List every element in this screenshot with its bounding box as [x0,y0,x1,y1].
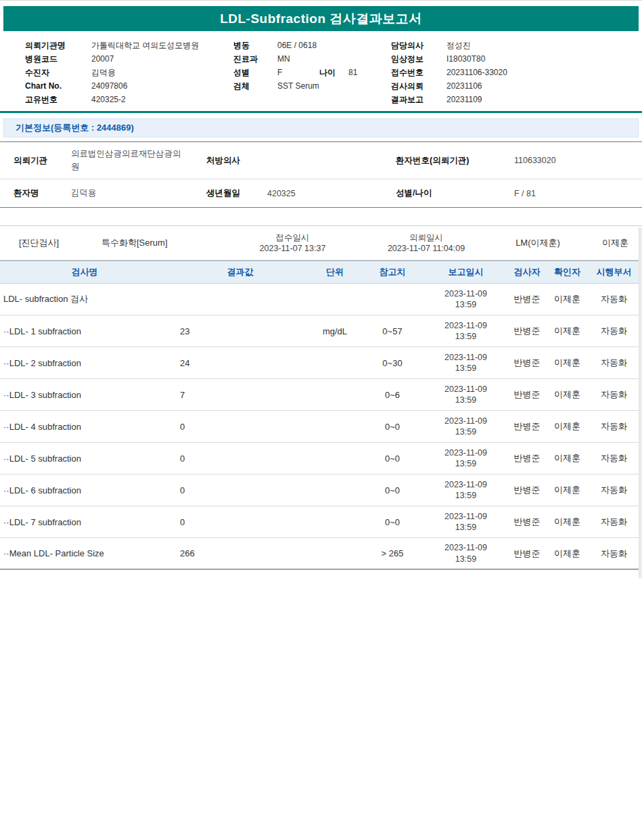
meta-label: 의뢰기관명 [25,39,91,52]
request-datetime: 의뢰일시 2023-11-07 11:04:09 [365,232,487,255]
meta-label: 병동 [233,39,277,52]
test-name-cell: ··Mean LDL- Particle Size [0,548,169,558]
tester-cell: 반병준 [505,325,549,337]
results-table-header: 검사명 결과값 단위 참고치 보고일시 검사자 확인자 시행부서 [0,261,642,284]
receipt-label: 접수일시 [220,232,365,243]
meta-row: 검체SST Serum [233,79,391,93]
meta-column-right: 담당의사정성진임상정보I18030T80접수번호20231106-33020검사… [391,39,642,106]
lab-section: LM(이제훈) [487,237,589,249]
field-label: 환자명 [0,187,71,199]
test-name-cell: ··LDL- 6 subfraction [0,485,169,495]
reference-range-cell: 0~57 [359,326,426,336]
field-label: 처방의사 [206,155,267,167]
confirmer-cell: 이제훈 [549,516,586,528]
result-row: ··LDL- 7 subfraction00~02023-11-0913:59반… [0,506,642,538]
department-cell: 자동화 [586,452,642,464]
report-date: 2023-11-09 [426,511,505,522]
result-value-cell: 266 [169,548,311,558]
field-value: 의료법인삼광의료재단삼광의원 [71,148,186,173]
result-row: ··LDL- 2 subfraction240~302023-11-0913:5… [0,347,642,379]
reference-range-cell: 0~0 [359,422,426,432]
meta-label: Chart No. [25,79,91,93]
test-name-cell: ··LDL- 2 subfraction [0,358,169,368]
tester-cell: 반병준 [505,420,549,433]
meta-row: 임상정보I18030T80 [391,52,642,66]
basic-info-section-title: 기본정보(등록번호 : 2444869) [16,122,134,134]
column-header-result: 결과값 [169,266,311,278]
results-table-body: LDL- subfraction 검사2023-11-0913:59반병준이제훈… [0,284,642,570]
result-row: ··Mean LDL- Particle Size266> 2652023-11… [0,538,642,570]
report-time: 13:59 [426,426,505,437]
report-date: 2023-11-09 [426,447,505,458]
meta-value: 06E / 0618 [277,39,317,52]
report-datetime-cell: 2023-11-0913:59 [426,479,505,502]
field-value: 김덕용 [71,187,186,200]
reference-range-cell: > 265 [359,548,426,558]
test-name-cell: ··LDL- 3 subfraction [0,390,169,400]
meta-label: 결과보고 [391,93,446,106]
scrollbar[interactable] [639,227,642,578]
tester-cell: 반병준 [505,357,549,369]
confirmer-cell: 이제훈 [549,389,586,401]
request-time: 2023-11-07 11:04:09 [365,243,487,254]
reference-range-cell: 0~6 [359,390,426,400]
report-date: 2023-11-09 [426,542,505,553]
column-header-unit: 단위 [311,266,359,278]
column-header-confirmer: 확인자 [549,266,586,278]
field-label: 환자번호(의뢰기관) [396,155,514,167]
report-time: 13:59 [426,522,505,533]
report-datetime-cell: 2023-11-0913:59 [426,511,505,533]
report-datetime-cell: 2023-11-0913:59 [426,447,505,470]
header-meta: 의뢰기관명가톨릭대학교 여의도성모병원병원코드20007수진자김덕용Chart … [0,31,642,111]
report-datetime-cell: 2023-11-0913:59 [426,288,505,311]
tester-cell: 반병준 [505,516,549,528]
test-info-row: [진단검사] 특수화학[Serum] 접수일시 2023-11-07 13:37… [0,225,642,261]
test-type: 특수화학[Serum] [101,237,220,249]
tester-cell: 반병준 [505,293,549,305]
report-time: 13:59 [426,363,505,374]
basic-info-table: 의뢰기관의료법인삼광의료재단삼광의원처방의사환자번호(의뢰기관)11063302… [0,141,642,208]
meta-value: 420325-2 [91,93,126,106]
result-value-cell: 7 [169,390,311,400]
meta-value: MN [277,52,290,66]
result-value-cell: 0 [169,485,311,495]
department-cell: 자동화 [586,484,642,496]
report-title: LDL-Subfraction 검사결과보고서 [220,10,422,28]
result-row: LDL- subfraction 검사2023-11-0913:59반병준이제훈… [0,284,642,315]
tester-cell: 반병준 [505,484,549,496]
basic-info-row: 환자명김덕용생년월일420325성별/나이F / 81 [0,179,642,207]
meta-row: 병원코드20007 [25,52,233,66]
meta-value: 81 [348,66,357,79]
department-cell: 자동화 [586,357,642,369]
column-header-reference: 참고치 [359,266,426,278]
tester-cell: 반병준 [505,389,549,401]
test-name-cell: ··LDL- 4 subfraction [0,422,169,432]
meta-value: F [277,66,319,79]
meta-row: 담당의사정성진 [391,39,642,52]
meta-row: 의뢰기관명가톨릭대학교 여의도성모병원 [25,39,233,52]
result-row: ··LDL- 6 subfraction00~02023-11-0913:59반… [0,474,642,506]
meta-value: 가톨릭대학교 여의도성모병원 [91,39,199,52]
department-cell: 자동화 [586,548,642,560]
meta-label: 고유번호 [25,93,91,106]
field-value: 110633020 [514,156,642,165]
meta-value: 24097806 [91,79,127,93]
receipt-time: 2023-11-07 13:37 [220,243,365,254]
unit-cell: mg/dL [311,326,359,336]
test-name-cell: ··LDL- 7 subfraction [0,517,169,527]
meta-label: 검체 [233,79,277,93]
meta-row: 고유번호420325-2 [25,93,233,106]
report-datetime-cell: 2023-11-0913:59 [426,352,505,374]
department-cell: 자동화 [586,389,642,401]
meta-value: 20231106 [446,79,482,93]
meta-label: 진료과 [233,52,277,66]
meta-label: 수진자 [25,66,91,79]
report-datetime-cell: 2023-11-0913:59 [426,542,505,565]
meta-column-left: 의뢰기관명가톨릭대학교 여의도성모병원병원코드20007수진자김덕용Chart … [0,39,233,106]
basic-info-row: 의뢰기관의료법인삼광의료재단삼광의원처방의사환자번호(의뢰기관)11063302… [0,142,642,179]
reference-range-cell: 0~0 [359,454,426,464]
meta-row: Chart No.24097806 [25,79,233,93]
tester-cell: 반병준 [505,548,549,560]
meta-value: SST Serum [277,79,319,93]
request-label: 의뢰일시 [365,232,487,243]
